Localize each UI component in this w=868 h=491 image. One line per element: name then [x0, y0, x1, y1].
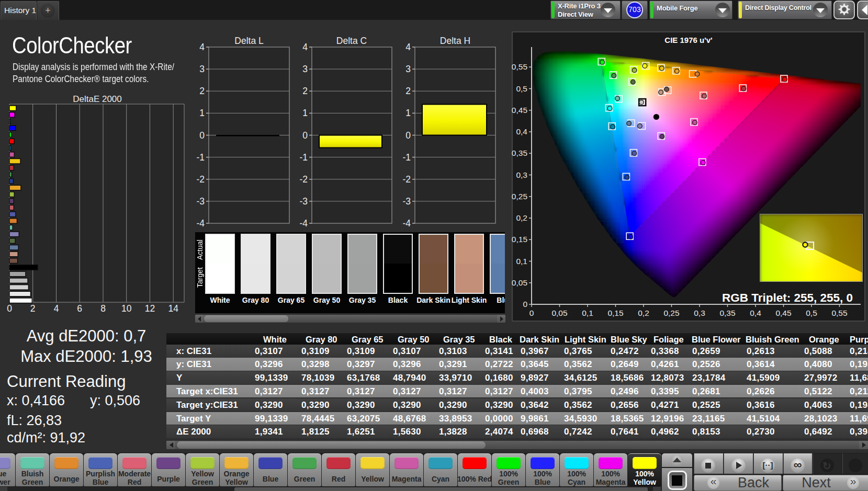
svg-text:0,55: 0,55: [512, 62, 527, 71]
svg-text:Delta L: Delta L: [234, 36, 264, 46]
svg-text:0,3: 0,3: [694, 309, 705, 317]
svg-text:0: 0: [199, 130, 205, 141]
svg-text:0,5: 0,5: [806, 309, 817, 317]
svg-text:1: 1: [405, 108, 411, 118]
svg-text:-1: -1: [402, 152, 411, 163]
svg-text:6: 6: [77, 303, 82, 314]
svg-text:Delta H: Delta H: [440, 36, 470, 46]
svg-text:2: 2: [199, 86, 205, 96]
svg-text:-2: -2: [299, 174, 308, 185]
svg-text:0,45: 0,45: [775, 309, 791, 317]
svg-text:4: 4: [302, 42, 308, 52]
svg-text:4: 4: [54, 303, 59, 314]
svg-text:0,5: 0,5: [516, 84, 527, 93]
svg-text:-4: -4: [402, 218, 411, 229]
svg-text:2: 2: [302, 86, 308, 96]
svg-text:12: 12: [145, 303, 155, 314]
svg-text:0,1: 0,1: [516, 257, 527, 266]
svg-text:0: 0: [7, 303, 12, 314]
svg-text:4: 4: [405, 42, 411, 52]
svg-text:0,15: 0,15: [512, 235, 527, 244]
svg-text:0,55: 0,55: [831, 309, 847, 317]
svg-text:0,3: 0,3: [516, 170, 527, 179]
svg-text:1: 1: [199, 108, 205, 118]
svg-text:-4: -4: [196, 218, 205, 229]
svg-text:0: 0: [302, 130, 308, 141]
svg-text:0,35: 0,35: [512, 149, 527, 157]
svg-text:0,05: 0,05: [551, 309, 567, 317]
svg-text:0: 0: [523, 300, 527, 309]
svg-text:0: 0: [405, 130, 411, 141]
svg-text:0,4: 0,4: [516, 127, 527, 136]
svg-text:0,1: 0,1: [582, 309, 593, 317]
svg-text:0: 0: [529, 309, 534, 317]
svg-text:-3: -3: [299, 196, 308, 207]
svg-text:3: 3: [405, 64, 411, 74]
svg-text:-1: -1: [299, 152, 308, 163]
svg-text:0,35: 0,35: [719, 309, 735, 317]
svg-text:0,15: 0,15: [607, 309, 623, 317]
svg-text:2: 2: [30, 303, 36, 314]
svg-text:Delta C: Delta C: [336, 36, 367, 46]
svg-text:4: 4: [199, 42, 205, 52]
svg-text:14: 14: [168, 303, 178, 314]
svg-text:-3: -3: [196, 196, 205, 207]
svg-text:0,25: 0,25: [663, 309, 679, 317]
svg-text:0,2: 0,2: [638, 309, 649, 317]
svg-text:0,05: 0,05: [512, 278, 527, 287]
svg-text:-2: -2: [196, 174, 205, 185]
svg-text:-2: -2: [402, 174, 411, 185]
svg-text:3: 3: [199, 64, 205, 74]
svg-text:2: 2: [405, 86, 411, 96]
svg-text:-3: -3: [402, 196, 411, 207]
svg-text:0,4: 0,4: [750, 309, 761, 317]
svg-text:3: 3: [302, 64, 308, 74]
svg-text:0,45: 0,45: [512, 106, 527, 115]
svg-text:10: 10: [121, 303, 132, 314]
svg-text:-1: -1: [196, 152, 205, 163]
svg-text:1: 1: [302, 108, 308, 118]
svg-text:0,2: 0,2: [516, 213, 527, 222]
svg-text:0,25: 0,25: [512, 192, 527, 201]
svg-text:-4: -4: [299, 218, 308, 229]
svg-text:8: 8: [100, 303, 106, 314]
